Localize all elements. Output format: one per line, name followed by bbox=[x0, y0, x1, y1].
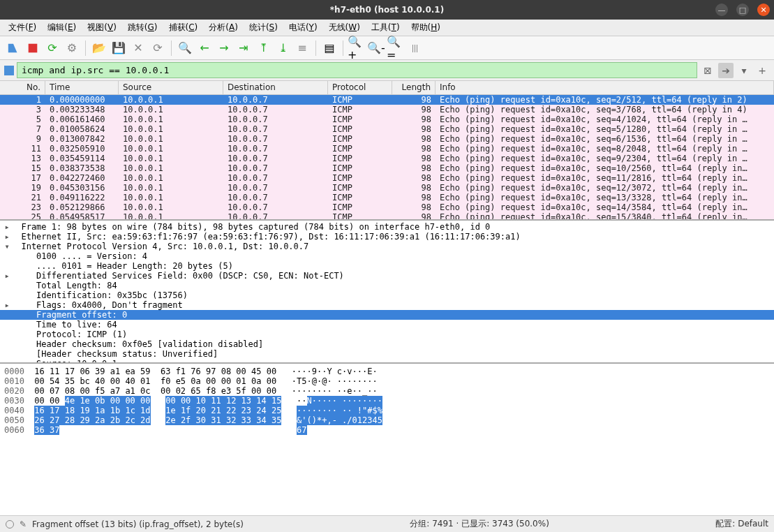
detail-line[interactable]: Identification: 0x35bc (13756) bbox=[0, 290, 774, 300]
menu-跳转[interactable]: 跳转(G) bbox=[125, 20, 161, 35]
zoom-reset-button[interactable]: 🔍= bbox=[387, 39, 405, 57]
menu-无线[interactable]: 无线(W) bbox=[326, 20, 363, 35]
resize-columns-button[interactable]: ⫼ bbox=[406, 39, 424, 57]
packet-row[interactable]: 50.00616146010.0.0.110.0.0.7ICMP98Echo (… bbox=[0, 114, 774, 124]
hex-line[interactable]: 0030 00 00 4e 1e 0b 00 00 00 00 00 10 11… bbox=[4, 396, 770, 406]
add-filter-button[interactable]: + bbox=[754, 63, 770, 78]
separator bbox=[85, 40, 86, 56]
detail-line[interactable]: Time to live: 64 bbox=[0, 320, 774, 330]
go-forward-button[interactable]: → bbox=[215, 39, 233, 57]
statusbar: ✎ Fragment offset (13 bits) (ip.frag_off… bbox=[0, 515, 774, 532]
column-header[interactable]: Protocol bbox=[328, 81, 392, 94]
packet-list-pane: No.TimeSourceDestinationProtocolLengthIn… bbox=[0, 81, 774, 221]
status-profile[interactable]: 配置: Default bbox=[715, 518, 768, 530]
apply-filter-button[interactable]: ➔ bbox=[718, 63, 734, 78]
open-file-button[interactable]: 📂 bbox=[90, 39, 108, 57]
packet-row[interactable]: 10.00000000010.0.0.110.0.0.7ICMP98Echo (… bbox=[0, 95, 774, 105]
packet-row[interactable]: 90.01300784210.0.0.110.0.0.7ICMP98Echo (… bbox=[0, 134, 774, 144]
svg-rect-0 bbox=[29, 43, 38, 52]
toggle-icon[interactable]: ▾ bbox=[3, 242, 11, 251]
column-header[interactable]: No. bbox=[0, 81, 45, 94]
hex-line[interactable]: 0010 00 54 35 bc 40 00 40 01 f0 e5 0a 00… bbox=[4, 376, 770, 386]
packet-row[interactable]: 130.03545911410.0.0.110.0.0.7ICMP98Echo … bbox=[0, 154, 774, 163]
maximize-button[interactable]: □ bbox=[736, 3, 749, 16]
hex-line[interactable]: 0000 16 11 17 06 39 a1 ea 59 63 f1 76 97… bbox=[4, 367, 770, 376]
menu-捕获[interactable]: 捕获(C) bbox=[166, 20, 201, 35]
detail-line[interactable]: ▸ Frame 1: 98 bytes on wire (784 bits), … bbox=[0, 222, 774, 232]
column-header[interactable]: Info bbox=[436, 81, 774, 94]
separator bbox=[343, 40, 343, 56]
filter-history-button[interactable]: ▾ bbox=[736, 63, 752, 78]
hex-line[interactable]: 0040 16 17 18 19 1a 1b 1c 1d 1e 1f 20 21… bbox=[4, 406, 770, 415]
hex-line[interactable]: 0060 36 37 67 bbox=[4, 425, 770, 435]
stop-capture-button[interactable] bbox=[24, 39, 42, 57]
clear-filter-button[interactable]: ⊠ bbox=[700, 63, 715, 78]
menu-文件[interactable]: 文件(F) bbox=[6, 20, 39, 35]
close-file-button[interactable]: ✕ bbox=[129, 39, 147, 57]
capture-file-properties-icon[interactable]: ✎ bbox=[20, 519, 27, 529]
detail-line[interactable]: [Header checksum status: Unverified] bbox=[0, 349, 774, 359]
column-header[interactable]: Destination bbox=[223, 81, 328, 94]
save-file-button[interactable]: 💾 bbox=[110, 39, 128, 57]
hex-line[interactable]: 0020 00 07 08 00 f5 a7 a1 0c 00 02 65 f8… bbox=[4, 386, 770, 396]
toggle-icon[interactable]: ▸ bbox=[3, 271, 11, 281]
display-filter-input[interactable] bbox=[17, 62, 697, 78]
zoom-out-button[interactable]: 🔍- bbox=[367, 39, 385, 57]
detail-line[interactable]: ▸ Ethernet II, Src: ea:59:63:f1:76:97 (e… bbox=[0, 232, 774, 242]
packet-row[interactable]: 110.03250591010.0.0.110.0.0.7ICMP98Echo … bbox=[0, 144, 774, 154]
detail-line[interactable]: Protocol: ICMP (1) bbox=[0, 330, 774, 339]
packet-bytes-pane[interactable]: 0000 16 11 17 06 39 a1 ea 59 63 f1 76 97… bbox=[0, 364, 774, 515]
detail-line[interactable]: Fragment offset: 0 bbox=[0, 310, 774, 320]
detail-line[interactable]: ▾ Internet Protocol Version 4, Src: 10.0… bbox=[0, 242, 774, 251]
colorize-button[interactable]: ▤ bbox=[320, 39, 338, 57]
auto-scroll-button[interactable]: ≡ bbox=[293, 39, 311, 57]
minimize-button[interactable]: — bbox=[715, 3, 728, 16]
detail-line[interactable]: Header checksum: 0xf0e5 [validation disa… bbox=[0, 339, 774, 349]
detail-line[interactable]: Total Length: 84 bbox=[0, 281, 774, 290]
detail-line[interactable]: ▸ Flags: 0x4000, Don't fragment bbox=[0, 300, 774, 310]
packet-row[interactable]: 150.03837353810.0.0.110.0.0.7ICMP98Echo … bbox=[0, 163, 774, 173]
packet-row[interactable]: 70.01005862410.0.0.110.0.0.7ICMP98Echo (… bbox=[0, 124, 774, 134]
menu-编辑[interactable]: 编辑(E) bbox=[45, 20, 79, 35]
toggle-icon[interactable]: ▸ bbox=[3, 222, 11, 232]
go-last-button[interactable]: ⤓ bbox=[274, 39, 292, 57]
reload-button[interactable]: ⟳ bbox=[149, 39, 167, 57]
find-packet-button[interactable]: 🔍 bbox=[176, 39, 194, 57]
menu-视图[interactable]: 视图(V) bbox=[84, 20, 119, 35]
start-capture-button[interactable] bbox=[4, 39, 22, 57]
close-button[interactable]: ✕ bbox=[757, 3, 770, 16]
packet-row[interactable]: 30.00323334810.0.0.110.0.0.7ICMP98Echo (… bbox=[0, 105, 774, 114]
packet-list-header: No.TimeSourceDestinationProtocolLengthIn… bbox=[0, 81, 774, 95]
go-to-packet-button[interactable]: ⇥ bbox=[235, 39, 253, 57]
capture-options-button[interactable]: ⚙ bbox=[63, 39, 81, 57]
packet-details-pane[interactable]: ▸ Frame 1: 98 bytes on wire (784 bits), … bbox=[0, 221, 774, 364]
window-title: *h7-eth0 (host 10.0.0.1) bbox=[330, 5, 444, 15]
expert-info-icon[interactable] bbox=[6, 520, 14, 529]
packet-row[interactable]: 210.04911622210.0.0.110.0.0.7ICMP98Echo … bbox=[0, 193, 774, 202]
column-header[interactable]: Source bbox=[119, 81, 223, 94]
packet-list-rows[interactable]: 10.00000000010.0.0.110.0.0.7ICMP98Echo (… bbox=[0, 95, 774, 219]
detail-line[interactable]: 0100 .... = Version: 4 bbox=[0, 251, 774, 261]
go-back-button[interactable]: ← bbox=[195, 39, 214, 57]
packet-row[interactable]: 230.05212986610.0.0.110.0.0.7ICMP98Echo … bbox=[0, 202, 774, 212]
column-header[interactable]: Time bbox=[45, 81, 119, 94]
packet-row[interactable]: 170.04227246010.0.0.110.0.0.7ICMP98Echo … bbox=[0, 173, 774, 183]
menu-帮助[interactable]: 帮助(H) bbox=[408, 20, 443, 35]
zoom-in-button[interactable]: 🔍+ bbox=[348, 39, 366, 57]
hex-line[interactable]: 0050 26 27 28 29 2a 2b 2c 2d 2e 2f 30 31… bbox=[4, 415, 770, 425]
filter-bookmark-icon[interactable] bbox=[4, 66, 14, 75]
toggle-icon[interactable]: ▸ bbox=[3, 300, 11, 310]
menu-分析[interactable]: 分析(A) bbox=[206, 20, 241, 35]
menu-工具[interactable]: 工具(T) bbox=[369, 20, 403, 35]
restart-capture-button[interactable]: ⟳ bbox=[43, 39, 61, 57]
packet-row[interactable]: 190.04530315610.0.0.110.0.0.7ICMP98Echo … bbox=[0, 183, 774, 193]
menu-电话[interactable]: 电话(Y) bbox=[286, 20, 320, 35]
detail-line[interactable]: Source: 10.0.0.1 bbox=[0, 359, 774, 364]
toggle-icon[interactable]: ▸ bbox=[3, 232, 11, 242]
go-first-button[interactable]: ⤒ bbox=[254, 39, 272, 57]
packet-row[interactable]: 250.05495851710.0.0.110.0.0.7ICMP98Echo … bbox=[0, 212, 774, 219]
detail-line[interactable]: ▸ Differentiated Services Field: 0x00 (D… bbox=[0, 271, 774, 281]
detail-line[interactable]: .... 0101 = Header Length: 20 bytes (5) bbox=[0, 261, 774, 271]
column-header[interactable]: Length bbox=[392, 81, 436, 94]
menu-统计[interactable]: 统计(S) bbox=[246, 20, 281, 35]
